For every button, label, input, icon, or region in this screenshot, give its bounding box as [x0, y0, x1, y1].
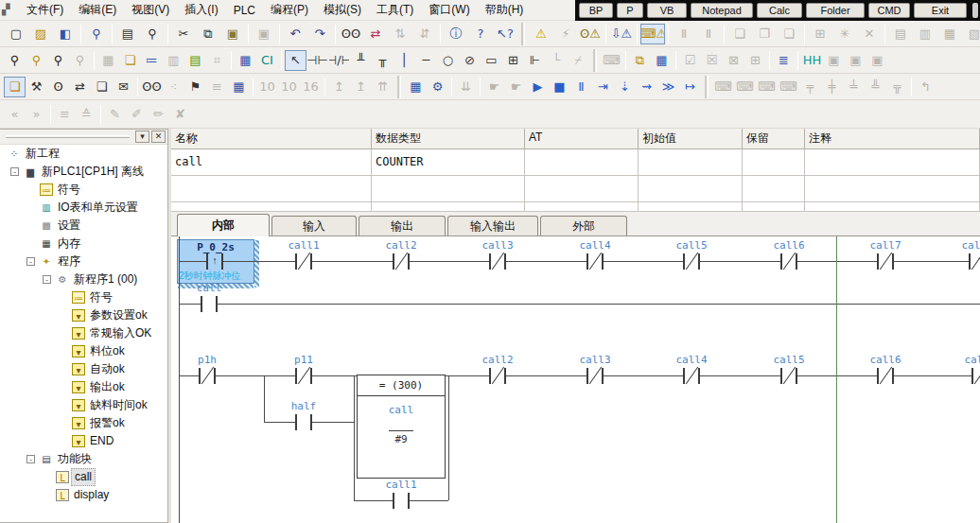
menu-item-6[interactable]: 编程(P)	[263, 0, 316, 21]
print-preview-icon[interactable]: ⚲	[140, 24, 165, 44]
launcher-button-bp[interactable]: BP	[579, 3, 613, 18]
menu-item-1[interactable]: 文件(F)	[19, 0, 71, 21]
table-cell[interactable]	[743, 149, 805, 176]
table-cell[interactable]	[525, 202, 639, 212]
tree-item-功能块[interactable]: -▤功能块	[0, 450, 167, 468]
transfer-to-plc-icon[interactable]: ⇩⚠	[609, 24, 634, 44]
tree-expander-icon[interactable]: -	[43, 275, 51, 284]
new-or-closed-contact-icon[interactable]: ╥	[372, 50, 394, 71]
redo-icon[interactable]: ↷	[307, 24, 332, 44]
launcher-button-notepad[interactable]: Notepad	[691, 3, 753, 18]
open-icon[interactable]: ▨	[28, 24, 53, 44]
small-window-icon[interactable]: ❏	[91, 77, 113, 97]
tree-expander-icon[interactable]: -	[26, 257, 35, 266]
about-icon[interactable]: ⓘ	[444, 24, 468, 44]
build-icon[interactable]: ⚒	[26, 77, 47, 97]
menu-item-7[interactable]: 模拟(S)	[316, 0, 369, 21]
new-contact-icon[interactable]: ⊣⊢	[306, 50, 328, 71]
rung-annotation-list-icon[interactable]: ≔	[141, 50, 163, 71]
table-cell[interactable]	[372, 176, 525, 202]
float-window-icon[interactable]: ❏	[4, 77, 26, 97]
show-comments-icon[interactable]: ▤	[184, 50, 206, 71]
menu-item-3[interactable]: 视图(V)	[124, 0, 177, 21]
new-or-contact-icon[interactable]: ╨	[350, 50, 372, 71]
mnemonics-view-icon[interactable]: ▦	[235, 50, 256, 71]
table-cell[interactable]	[171, 176, 372, 202]
tab-输出[interactable]: 输出	[359, 216, 446, 235]
panel-more-button[interactable]: ▾	[135, 131, 149, 143]
io-monitor-icon[interactable]: HH	[801, 50, 823, 71]
tree-expander-icon[interactable]: -	[10, 167, 19, 176]
tree-item-报警ok[interactable]: ▾报警ok	[0, 414, 167, 432]
panel-close-button[interactable]: ✕	[151, 131, 166, 143]
tree-item-符号[interactable]: ≔符号	[0, 181, 167, 199]
sim-play-icon[interactable]: ▶	[527, 77, 549, 97]
save-icon[interactable]: ◧	[53, 24, 78, 44]
new-closed-coil-icon[interactable]: ⊘	[459, 50, 481, 71]
window-system-icon[interactable]: ▞	[2, 4, 15, 16]
tree-item-IO表和单元设置[interactable]: ▥IO表和单元设置	[0, 199, 167, 217]
print-icon[interactable]: ▤	[115, 24, 140, 44]
tree-item-新工程[interactable]: ⁘新工程	[0, 145, 167, 163]
table-cell[interactable]	[525, 149, 639, 176]
copy-icon[interactable]: ⧉	[196, 24, 220, 44]
simulator-online-icon[interactable]: ▦	[405, 77, 427, 97]
context-help-icon[interactable]: ↖?	[493, 24, 517, 44]
tree-item-缺料时间ok[interactable]: ▾缺料时间ok	[0, 396, 167, 414]
table-cell[interactable]: call	[171, 149, 372, 176]
watch-binoculars-icon[interactable]: ʘʘ	[141, 77, 163, 97]
tree-item-设置[interactable]: ▩设置	[0, 217, 167, 235]
new-horizontal-icon[interactable]: ─	[415, 50, 437, 71]
table-cell[interactable]	[743, 176, 805, 202]
help-icon[interactable]: ?	[468, 24, 493, 44]
flag-page-icon[interactable]: ⚑	[184, 77, 206, 97]
undo-icon[interactable]: ↶	[283, 24, 307, 44]
launcher-button-exit[interactable]: Exit	[914, 3, 967, 18]
tree-item-参数设置ok[interactable]: ▾参数设置ok	[0, 306, 167, 324]
overview-icon[interactable]: ❏	[119, 50, 141, 71]
tab-外部[interactable]: 外部	[540, 216, 627, 235]
menu-item-9[interactable]: 窗口(W)	[421, 0, 477, 21]
zoom-out-icon[interactable]: ⚲	[4, 50, 26, 71]
tree-item-输出ok[interactable]: ▾输出ok	[0, 378, 167, 396]
cross-reference-icon[interactable]: ʘ	[47, 77, 69, 97]
table-cell[interactable]	[805, 149, 980, 176]
new-differential-instruction-icon[interactable]: ⊞	[502, 50, 524, 71]
tree-item-符号[interactable]: ≔符号	[0, 288, 167, 306]
sim-step-over-icon[interactable]: ⇝	[636, 77, 657, 97]
sim-continue-icon[interactable]: ≫	[657, 77, 679, 97]
sim-pause-icon[interactable]: Ⅱ	[570, 77, 592, 97]
launcher-button-vb[interactable]: VB	[647, 3, 687, 18]
swap-windows-icon[interactable]: ⇄	[69, 77, 91, 97]
table-cell[interactable]	[525, 176, 639, 202]
sim-run-to-icon[interactable]: ⇥	[592, 77, 614, 97]
properties-icon[interactable]: ✉	[113, 77, 134, 97]
simulator-settings-icon[interactable]: ⚙	[427, 77, 448, 97]
launcher-button-folder[interactable]: Folder	[806, 3, 865, 18]
new-closed-contact-icon[interactable]: ⊣/⊢	[328, 50, 350, 71]
table-cell[interactable]	[639, 176, 743, 202]
tree-item-常规输入OK[interactable]: ▾常规输入OK	[0, 324, 167, 342]
menu-item-4[interactable]: 插入(I)	[177, 0, 225, 21]
ladder-contact-half[interactable]	[297, 414, 310, 430]
tree-expander-icon[interactable]: -	[26, 455, 35, 463]
tree-item-料位ok[interactable]: ▾料位ok	[0, 342, 167, 360]
ladder-contact-call1[interactable]	[394, 493, 408, 509]
tree-item-自动ok[interactable]: ▾自动ok	[0, 360, 167, 378]
table-cell[interactable]	[639, 149, 743, 176]
new-instruction-icon[interactable]: ▭	[481, 50, 502, 71]
menu-item-8[interactable]: 工具(T)	[369, 0, 421, 21]
find-warnings-icon[interactable]: ʘ⚠	[578, 24, 603, 44]
tab-输入输出[interactable]: 输入输出	[447, 216, 538, 235]
launcher-button-calc[interactable]: Calc	[757, 3, 802, 18]
menu-item-2[interactable]: 编辑(E)	[71, 0, 124, 21]
tree-item-END[interactable]: ▾END	[0, 432, 167, 450]
table-cell[interactable]	[805, 176, 980, 202]
sim-run-to-end-icon[interactable]: ↦	[679, 77, 701, 97]
table-cell[interactable]	[372, 202, 525, 212]
watch-window-grid-icon[interactable]: ▦	[651, 50, 673, 71]
ci-instruction-view-icon[interactable]: CI	[256, 50, 278, 71]
sim-step-in-icon[interactable]: ⇣	[614, 77, 636, 97]
zoom-100-icon[interactable]: ⚲	[47, 50, 69, 71]
menu-item-10[interactable]: 帮助(H)	[478, 0, 532, 21]
